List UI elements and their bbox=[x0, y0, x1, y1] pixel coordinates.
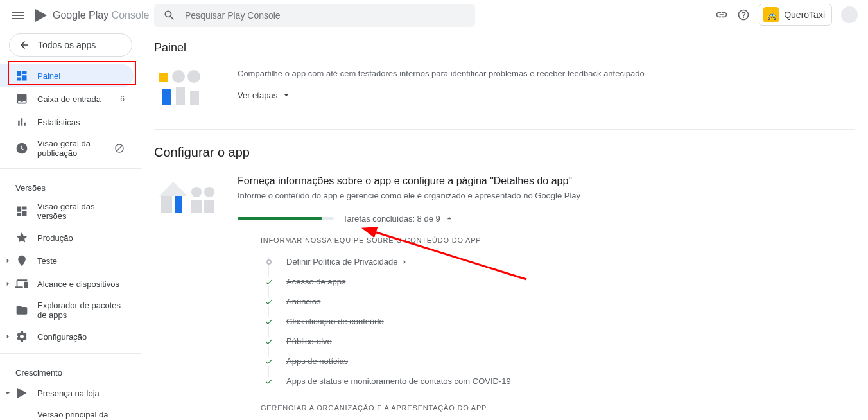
gear-icon bbox=[15, 330, 28, 343]
check-icon bbox=[265, 357, 273, 366]
svg-rect-11 bbox=[191, 200, 202, 213]
svg-rect-0 bbox=[159, 73, 168, 82]
task-item[interactable]: Apps de status e monitoramento de contat… bbox=[265, 371, 855, 391]
task-item[interactable]: Classificação de conteúdo bbox=[265, 311, 855, 331]
ver-etapas-button[interactable]: Ver etapas bbox=[238, 90, 291, 100]
search-bar[interactable] bbox=[154, 4, 475, 27]
svg-rect-12 bbox=[204, 200, 214, 213]
explorer-icon bbox=[15, 304, 28, 317]
sidebar-item-inbox[interactable]: Caixa de entrada 6 bbox=[0, 87, 134, 110]
check-icon bbox=[265, 377, 273, 386]
progress-toggle[interactable]: Tarefas concluídas: 8 de 9 bbox=[343, 213, 455, 223]
task-label: Acesso de apps bbox=[286, 277, 346, 286]
chevron-down-icon bbox=[281, 90, 291, 100]
store-icon bbox=[15, 387, 28, 399]
task-item[interactable]: Apps de notícias bbox=[265, 351, 855, 371]
pending-icon bbox=[266, 259, 272, 265]
sidebar-item-releases-overview[interactable]: Visão geral das versões bbox=[0, 197, 134, 226]
section-versoes: Versões bbox=[0, 174, 141, 197]
sidebar-item-stats[interactable]: Estatísticas bbox=[0, 110, 134, 134]
svg-marker-6 bbox=[159, 182, 187, 196]
sidebar-item-explorer[interactable]: Explorador de pacotes de apps bbox=[0, 295, 134, 325]
chevron-right-icon bbox=[3, 277, 13, 290]
svg-point-9 bbox=[191, 187, 202, 197]
search-input[interactable] bbox=[185, 10, 466, 21]
all-apps-button[interactable]: Todos os apps bbox=[9, 33, 132, 57]
sidebar-item-alcance[interactable]: Alcance e dispositivos bbox=[0, 272, 134, 295]
task-item[interactable]: Anúncios bbox=[265, 292, 855, 311]
google-play-icon bbox=[33, 8, 49, 23]
user-avatar[interactable] bbox=[841, 6, 858, 23]
chevron-right-icon bbox=[400, 258, 409, 267]
section-crescimento: Crescimento bbox=[0, 359, 141, 381]
sidebar-item-production[interactable]: Produção bbox=[0, 226, 134, 249]
svg-rect-3 bbox=[162, 89, 171, 105]
task-label: Definir Política de Privacidade bbox=[286, 257, 409, 267]
svg-rect-5 bbox=[190, 91, 199, 105]
disabled-icon bbox=[114, 142, 125, 155]
arrow-left-icon bbox=[19, 39, 30, 51]
check-icon bbox=[265, 297, 273, 306]
link-icon[interactable] bbox=[715, 8, 728, 21]
setup-card-title: Forneça informações sobre o app e config… bbox=[238, 175, 855, 187]
chevron-up-icon bbox=[444, 213, 455, 223]
task-label: Apps de status e monitoramento de contat… bbox=[286, 376, 511, 386]
chevron-right-icon bbox=[3, 330, 13, 343]
tasks-heading: INFORMAR NOSSA EQUIPE SOBRE O CONTEÚDO D… bbox=[261, 236, 855, 244]
chevron-down-icon bbox=[3, 387, 13, 399]
card-description: Compartilhe o app com até cem testadores… bbox=[238, 69, 855, 78]
task-label: Anúncios bbox=[286, 297, 320, 306]
svg-rect-4 bbox=[176, 87, 185, 105]
illustration bbox=[154, 67, 225, 109]
hamburger-menu-icon[interactable] bbox=[10, 8, 26, 23]
svg-point-1 bbox=[172, 70, 185, 83]
svg-point-10 bbox=[204, 187, 214, 197]
inbox-icon bbox=[15, 92, 28, 105]
sidebar-item-versao-principal[interactable]: Versão principal da página "Detalhes do … bbox=[0, 405, 134, 420]
devices-icon bbox=[15, 277, 28, 290]
search-icon bbox=[163, 9, 176, 22]
production-icon bbox=[15, 231, 28, 244]
task-item[interactable]: Definir Política de Privacidade bbox=[265, 252, 855, 272]
sidebar-item-presenca[interactable]: Presença na loja bbox=[0, 381, 134, 405]
sidebar-item-publication[interactable]: Visão geral da publicação bbox=[0, 134, 134, 163]
sidebar-item-painel[interactable]: Painel bbox=[0, 64, 134, 87]
chevron-right-icon bbox=[3, 254, 13, 267]
task-item[interactable]: Público-alvo bbox=[265, 331, 855, 351]
publication-icon bbox=[15, 142, 28, 155]
stats-icon bbox=[15, 116, 28, 128]
test-icon bbox=[15, 254, 28, 267]
logo-text: Google Play Console bbox=[53, 10, 149, 21]
task-label: Classificação de conteúdo bbox=[286, 317, 384, 326]
help-icon[interactable] bbox=[737, 8, 750, 21]
app-icon: 🚕 bbox=[763, 7, 779, 22]
app-selector[interactable]: 🚕 QueroTaxi bbox=[759, 4, 832, 26]
check-icon bbox=[265, 317, 273, 326]
task-label: Público-alvo bbox=[286, 337, 332, 346]
tasks-heading: GERENCIAR A ORGANIZAÇÃO E A APRESENTAÇÃO… bbox=[261, 404, 855, 412]
logo[interactable]: Google Play Console bbox=[33, 8, 149, 23]
task-label: Apps de notícias bbox=[286, 356, 348, 366]
app-name: QueroTaxi bbox=[784, 10, 825, 20]
illustration bbox=[154, 175, 225, 216]
inbox-count: 6 bbox=[120, 94, 125, 103]
svg-point-2 bbox=[187, 70, 200, 83]
task-item[interactable]: Acesso de apps bbox=[265, 272, 855, 292]
check-icon bbox=[265, 337, 273, 346]
progress-bar bbox=[238, 217, 334, 220]
section-title-configurar: Configurar o app bbox=[154, 145, 855, 160]
releases-icon bbox=[15, 205, 28, 218]
page-title: Painel bbox=[154, 41, 855, 55]
sidebar-item-teste[interactable]: Teste bbox=[0, 249, 134, 272]
svg-rect-7 bbox=[161, 196, 172, 213]
check-icon bbox=[265, 277, 273, 286]
setup-card-description: Informe o conteúdo do app e gerencie com… bbox=[238, 191, 855, 200]
dashboard-icon bbox=[15, 69, 28, 82]
sidebar-item-config[interactable]: Configuração bbox=[0, 325, 134, 348]
svg-rect-8 bbox=[175, 196, 182, 213]
